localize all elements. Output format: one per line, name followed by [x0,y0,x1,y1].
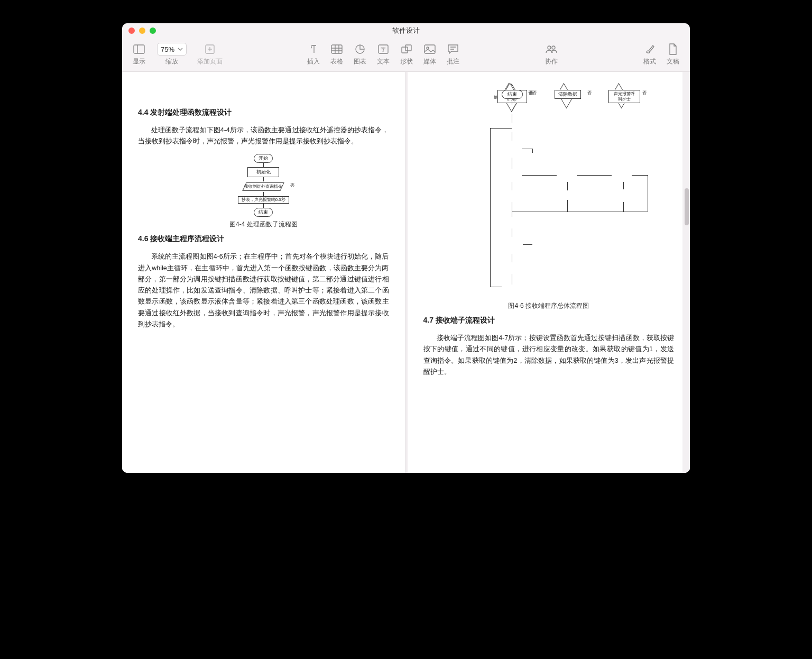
shape-button[interactable]: 形状 [395,43,418,66]
pie-chart-icon [355,43,365,55]
titlebar: 软件设计 [122,23,690,38]
collab-button[interactable]: 协作 [540,43,563,66]
scroll-thumb[interactable] [685,188,689,225]
image-icon [424,43,436,55]
add-page-label: 添加页面 [197,57,223,66]
view-label: 显示 [133,57,145,66]
plus-square-icon [205,43,215,55]
zoom-control[interactable]: 75% 缩放 [153,43,191,66]
add-page-button[interactable]: 添加页面 [193,43,227,66]
heading-4-7: 4.7 接收端子流程设计 [423,316,675,325]
chevron-down-icon [178,48,183,51]
doc-button[interactable]: 文稿 [661,43,685,66]
heading-4-4: 4.4 发射端处理函数流程设计 [138,108,389,117]
window-controls [128,28,156,34]
table-icon [331,43,343,55]
brush-icon [644,43,655,55]
people-icon [545,43,558,55]
toolbar: 显示 75% 缩放 添加页面 [122,38,690,72]
svg-rect-5 [331,45,342,53]
page-right: 开始 初始化 按键扫描 按键按下 否 是 按键1按下 否 按键2按下 否 按键2… [408,72,690,473]
svg-rect-13 [402,47,408,53]
sidebar-icon [133,43,145,55]
shape-icon [401,43,412,55]
paragraph-4-7: 接收端子流程图如图4-7所示；按键设置函数首先通过按键扫描函数，获取按键按下的键… [423,333,675,378]
svg-rect-15 [425,45,435,53]
app-window: 软件设计 显示 75% 缩放 [122,23,690,473]
caption-4-4: 图4-4 处理函数子流程图 [138,220,389,229]
svg-rect-0 [134,45,144,53]
close-button[interactable] [128,28,135,34]
flowchart-4-4: 开始 初始化 接收到红外查询指令 否 抄表，声光报警响0.5秒 结束 [224,154,303,217]
minimize-button[interactable] [139,28,145,34]
zoom-label: 缩放 [165,57,178,66]
table-button[interactable]: 表格 [325,43,348,66]
paragraph-4-6: 系统的主流程图如图4-6所示；在主程序中；首先对各个模块进行初始化，随后进入wh… [138,251,389,330]
paragraph-icon [309,43,318,55]
zoom-select[interactable]: 75% [157,43,187,56]
comment-button[interactable]: 批注 [441,43,465,66]
text-button[interactable]: 字 文本 [372,43,395,66]
view-button[interactable]: 显示 [127,43,151,66]
media-button[interactable]: 媒体 [418,43,441,66]
insert-button[interactable]: 插入 [302,43,325,66]
page-left: 4.4 发射端处理函数流程设计 处理函数子流程如下图4-4所示，该函数主要通过接… [122,72,405,473]
format-button[interactable]: 格式 [638,43,661,66]
flowchart-4-6: 开始 初始化 按键扫描 按键按下 否 是 按键1按下 否 按键2按下 否 按键2… [423,90,645,312]
svg-point-19 [548,46,551,49]
document-area[interactable]: 4.4 发射端处理函数流程设计 处理函数子流程如下图4-4所示，该函数主要通过接… [122,72,690,473]
zoom-value: 75% [161,45,174,53]
document-icon [668,43,678,55]
svg-rect-14 [405,45,411,51]
chart-button[interactable]: 图表 [348,43,372,66]
heading-4-6: 4.6 接收端主程序流程设计 [138,234,389,244]
paragraph-4-4: 处理函数子流程如下图4-4所示，该函数主要通过接收红外遥控器的抄表指令，当接收到… [138,125,389,148]
vertical-scrollbar[interactable] [682,72,690,473]
text-icon: 字 [378,43,389,55]
window-title: 软件设计 [392,26,420,35]
fullscreen-button[interactable] [150,28,156,34]
comment-icon [447,43,459,55]
svg-point-20 [552,46,555,49]
svg-text:字: 字 [381,47,386,52]
